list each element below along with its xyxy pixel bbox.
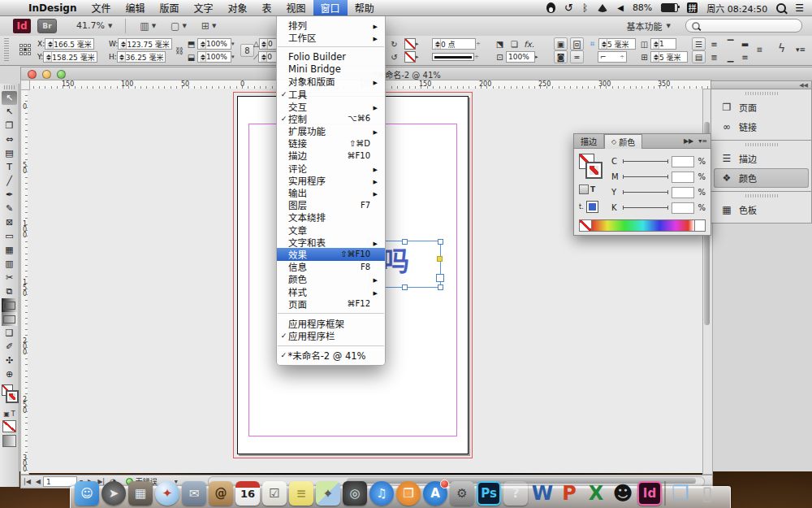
menu-item[interactable]: 工具 <box>277 88 385 100</box>
trash[interactable]: ▯ <box>695 481 719 506</box>
photoshop[interactable]: Ps <box>477 481 501 506</box>
apply-color-button[interactable] <box>2 420 16 432</box>
powerpoint[interactable]: P <box>557 481 581 506</box>
arrange-documents-button[interactable]: ⊞ ▼ <box>194 20 223 32</box>
menu-item[interactable]: 描边 ⌘F10 <box>277 150 385 162</box>
gradient-feather-tool[interactable] <box>2 312 17 326</box>
menu-item[interactable]: 对象和版面 <box>277 76 385 88</box>
chevron-down-icon[interactable]: ÷ <box>476 41 481 47</box>
safari[interactable]: ✦ <box>155 481 179 506</box>
corner-edit-handle[interactable] <box>437 256 443 262</box>
menu-item[interactable]: 应用程序栏 <box>277 330 385 342</box>
vertical-justify-icon[interactable]: ≡ <box>739 51 751 63</box>
menubar-menu-item[interactable]: 对象 <box>221 0 255 15</box>
formatting-affects-container-icon[interactable] <box>579 185 589 194</box>
gradient-swatch-tool[interactable] <box>2 298 17 312</box>
menu-item[interactable]: 信息 F8 <box>277 261 385 273</box>
white-swatch[interactable] <box>694 220 705 231</box>
type-tool[interactable]: T <box>2 160 17 174</box>
stroke-color-control[interactable]: ▸ <box>404 51 419 63</box>
rotate-ccw-icon[interactable]: ↺ <box>388 51 400 63</box>
reference-point-grid[interactable] <box>19 44 31 55</box>
qq[interactable]: ☻ <box>611 481 635 506</box>
input-method-icon[interactable]: 拼 <box>687 2 698 13</box>
width-field[interactable]: W: 123.75 毫米 <box>109 38 172 50</box>
text-outport-handle[interactable] <box>436 274 444 282</box>
stepper[interactable] <box>119 52 126 62</box>
gutter-value[interactable]: 5 毫米 <box>659 52 681 63</box>
panel-grip[interactable] <box>745 143 778 146</box>
stepper[interactable] <box>653 39 659 49</box>
menu-item[interactable]: 页面 ⌘F12 <box>277 297 385 310</box>
tab-stroke[interactable]: 描边 <box>574 134 604 148</box>
zoom-tool[interactable]: ⊕ <box>2 367 17 381</box>
menu-item[interactable]: 文本绕排 <box>277 211 385 224</box>
collapse-panels-icon[interactable]: ◀◀ <box>799 82 808 89</box>
formatting-affects-text-icon[interactable]: T <box>11 410 15 418</box>
time-machine-icon[interactable]: ↺ <box>564 2 573 14</box>
menu-item[interactable]: 链接 ⇧⌘D <box>277 137 385 150</box>
menubar-menu-item[interactable]: 表 <box>255 0 279 15</box>
hand-tool[interactable]: ✣ <box>2 354 17 367</box>
selection-tool[interactable]: ↖ <box>2 91 17 105</box>
align-center-icon[interactable]: ≡ <box>708 38 720 50</box>
view-options-button[interactable]: ▥ ▼ <box>132 20 163 32</box>
channel-value-field[interactable] <box>672 187 694 198</box>
inset-value[interactable]: 5 毫米 <box>607 39 629 50</box>
stepper[interactable] <box>45 52 52 62</box>
channel-value-field[interactable] <box>672 156 694 167</box>
menu-item[interactable]: 评论 <box>277 162 385 174</box>
shear-value[interactable]: 0 <box>267 53 272 61</box>
panel-tab-色板[interactable]: ▦色板 <box>714 200 809 219</box>
gap-tool[interactable]: ⇔ <box>2 132 17 146</box>
stroke-swatch-none[interactable] <box>6 391 18 402</box>
h-value[interactable]: 36.25 毫米 <box>126 52 164 63</box>
spotlight-icon[interactable] <box>776 3 786 13</box>
fit-content-proportionally-icon[interactable]: 回 <box>570 37 584 50</box>
close-button[interactable] <box>28 70 37 79</box>
chevron-down-icon[interactable]: ▾ <box>231 54 235 60</box>
notes[interactable]: ≡ <box>289 481 313 506</box>
channel-slider[interactable] <box>623 207 668 208</box>
panel-tab-页面[interactable]: ❐页面 <box>714 98 809 117</box>
eyedropper-tool[interactable]: ✐ <box>2 340 17 354</box>
scale-y-field[interactable]: ⬓ 100% ▾ <box>185 51 235 63</box>
tab-color[interactable]: ◇颜色 <box>604 134 642 149</box>
quick-apply-icon[interactable]: ϟ <box>778 42 785 54</box>
fit-frame-to-content-icon[interactable]: ≖ <box>570 50 584 63</box>
workspace-switcher[interactable]: 基本功能 ▼ <box>627 20 671 33</box>
vertical-align-center-icon[interactable]: ▬ <box>739 38 751 50</box>
stroke-style-dropdown[interactable]: ÷ <box>432 51 479 63</box>
channel-slider[interactable] <box>623 176 668 177</box>
panel-menu-icon[interactable]: ▾≡ <box>796 44 806 55</box>
scissors-tool[interactable]: ✂ <box>2 271 17 284</box>
menu-item[interactable]: 扩展功能 <box>277 125 385 137</box>
menu-item[interactable]: 图层 F7 <box>277 199 385 211</box>
reminders[interactable]: ☑ <box>262 481 287 506</box>
stroke-swatch-none[interactable] <box>586 163 602 178</box>
columns-field[interactable]: ◫ 1 <box>638 38 676 50</box>
panel-grip[interactable] <box>4 38 9 63</box>
scale-y-value[interactable]: 100% <box>206 53 227 61</box>
y-value[interactable]: 158.25 毫米 <box>52 52 94 63</box>
none-swatch[interactable] <box>580 220 592 231</box>
search-input[interactable] <box>685 19 802 33</box>
paragraph-style-icon[interactable]: ▤ <box>692 50 706 63</box>
stepper[interactable] <box>601 39 607 49</box>
formatting-affects-text-icon[interactable]: T <box>590 185 595 193</box>
fill-frame-proportionally-icon[interactable]: ▣ <box>554 37 568 50</box>
previous-page-button[interactable]: ◀ <box>33 478 43 485</box>
indesign[interactable]: Id <box>637 481 662 506</box>
stepper[interactable] <box>434 39 441 49</box>
corner-options-icon[interactable]: ⬔ <box>494 38 506 50</box>
ruler-origin-box[interactable] <box>20 80 30 90</box>
content-collector-tool[interactable]: ▤ <box>2 146 17 160</box>
zoom-button[interactable] <box>57 70 66 79</box>
menubar-menu-item[interactable]: 窗口 <box>313 0 348 15</box>
channel-slider[interactable] <box>623 192 668 193</box>
menu-item[interactable]: 颜色 <box>277 273 385 285</box>
height-field[interactable]: H: 36.25 毫米 <box>109 51 166 63</box>
chevron-down-icon[interactable]: ▾ <box>231 41 235 47</box>
horizontal-grid-tool[interactable]: ▦ <box>2 243 17 257</box>
minimize-button[interactable] <box>42 70 51 79</box>
